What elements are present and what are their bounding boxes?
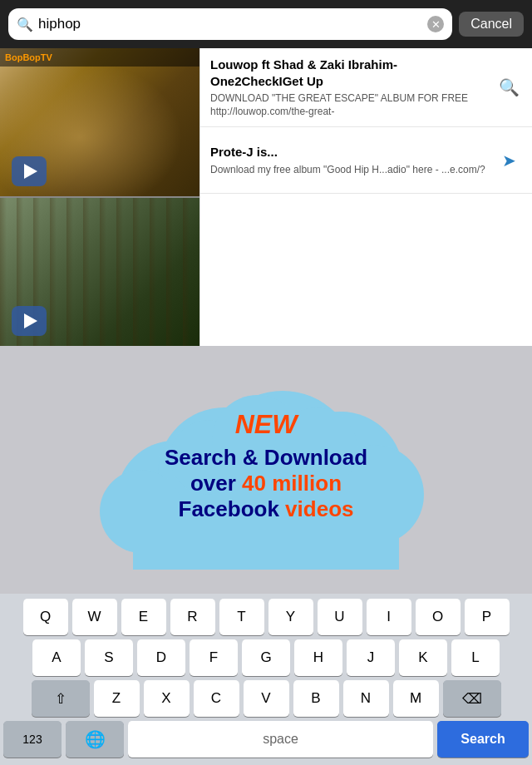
promo-overlay: NEW Search & Download over 40 million Fa…	[91, 349, 441, 582]
keyboard-row-3: ⇧ Z X C V B N M ⌫	[3, 680, 529, 717]
search-bar: 🔍 ✕ Cancel	[0, 0, 532, 48]
search-input-wrap: 🔍 ✕	[8, 8, 452, 40]
result-title-0: Louwop ft Shad & Zaki Ibrahim- One2Check…	[210, 57, 489, 89]
results-list: Louwop ft Shad & Zaki Ibrahim- One2Check…	[200, 48, 532, 346]
key-B[interactable]: B	[293, 680, 339, 717]
search-button[interactable]: Search	[437, 721, 529, 758]
key-D[interactable]: D	[137, 639, 185, 676]
key-Z[interactable]: Z	[94, 680, 140, 717]
key-A[interactable]: A	[32, 639, 81, 676]
cloud-shape: NEW Search & Download over 40 million Fa…	[91, 349, 441, 582]
result-text-0: Louwop ft Shad & Zaki Ibrahim- One2Check…	[210, 57, 489, 118]
cloud-line1: Search & Download	[165, 445, 367, 471]
key-R[interactable]: R	[170, 599, 215, 635]
keyboard-row-2: A S D F G H J K L	[3, 639, 529, 676]
key-Y[interactable]: Y	[268, 599, 313, 635]
keyboard-row-4: 123 🌐 space Search	[3, 721, 529, 758]
key-V[interactable]: V	[244, 680, 289, 717]
key-T[interactable]: T	[219, 599, 264, 635]
cloud-line3: Facebook videos	[165, 496, 367, 522]
thumb-logo: BopBopTV	[5, 52, 52, 62]
key-F[interactable]: F	[190, 639, 238, 676]
play-button-2[interactable]	[12, 306, 47, 336]
cloud-text: NEW Search & Download over 40 million Fa…	[131, 392, 401, 540]
delete-key[interactable]: ⌫	[443, 680, 501, 717]
key-S[interactable]: S	[85, 639, 133, 676]
search-icon: 🔍	[17, 17, 33, 32]
play-icon-2	[24, 313, 37, 328]
key-E[interactable]: E	[121, 599, 166, 635]
thumbnail-2[interactable]	[0, 198, 200, 346]
results-area: BopBopTV Louwop ft Shad & Zaki Ibrahim- …	[0, 48, 532, 346]
key-P[interactable]: P	[465, 599, 510, 635]
key-U[interactable]: U	[318, 599, 362, 635]
play-icon-1	[24, 164, 37, 179]
result-desc-0: DOWNLOAD "THE GREAT ESCAPE" ALBUM FOR FR…	[210, 92, 489, 118]
numbers-key[interactable]: 123	[3, 721, 62, 758]
clear-button[interactable]: ✕	[427, 16, 444, 32]
keyboard: Q W E R T Y U I O P A S D F G H J K L ⇧ …	[0, 594, 532, 765]
key-W[interactable]: W	[72, 599, 117, 635]
key-H[interactable]: H	[294, 639, 342, 676]
result-text-1: Prote-J is... Download my free album "Go…	[210, 144, 489, 176]
thumbnails-column: BopBopTV	[0, 48, 200, 346]
cloud-new-label: NEW	[165, 409, 367, 440]
search-input[interactable]	[38, 16, 422, 32]
result-action-search-0[interactable]: 🔍	[495, 77, 522, 97]
key-C[interactable]: C	[194, 680, 239, 717]
key-N[interactable]: N	[343, 680, 389, 717]
cloud-line2: over 40 million	[165, 471, 367, 496]
result-title-1: Prote-J is...	[210, 144, 489, 160]
key-J[interactable]: J	[347, 639, 395, 676]
space-key[interactable]: space	[128, 721, 433, 758]
key-L[interactable]: L	[451, 639, 500, 676]
key-Q[interactable]: Q	[23, 599, 68, 635]
key-X[interactable]: X	[144, 680, 190, 717]
result-item-0[interactable]: Louwop ft Shad & Zaki Ibrahim- One2Check…	[200, 48, 532, 127]
result-item-1[interactable]: Prote-J is... Download my free album "Go…	[200, 127, 532, 194]
globe-key[interactable]: 🌐	[66, 721, 124, 758]
shift-key[interactable]: ⇧	[32, 680, 90, 717]
key-O[interactable]: O	[416, 599, 461, 635]
key-M[interactable]: M	[393, 680, 439, 717]
result-desc-1: Download my free album "Good Hip H...adi…	[210, 164, 489, 177]
key-G[interactable]: G	[242, 639, 290, 676]
play-button-1[interactable]	[12, 156, 47, 186]
keyboard-row-1: Q W E R T Y U I O P	[3, 599, 529, 635]
cancel-button[interactable]: Cancel	[459, 12, 524, 37]
key-I[interactable]: I	[367, 599, 411, 635]
key-K[interactable]: K	[399, 639, 447, 676]
thumbnail-1[interactable]: BopBopTV	[0, 48, 200, 198]
result-action-share-1[interactable]: ➤	[495, 151, 522, 170]
